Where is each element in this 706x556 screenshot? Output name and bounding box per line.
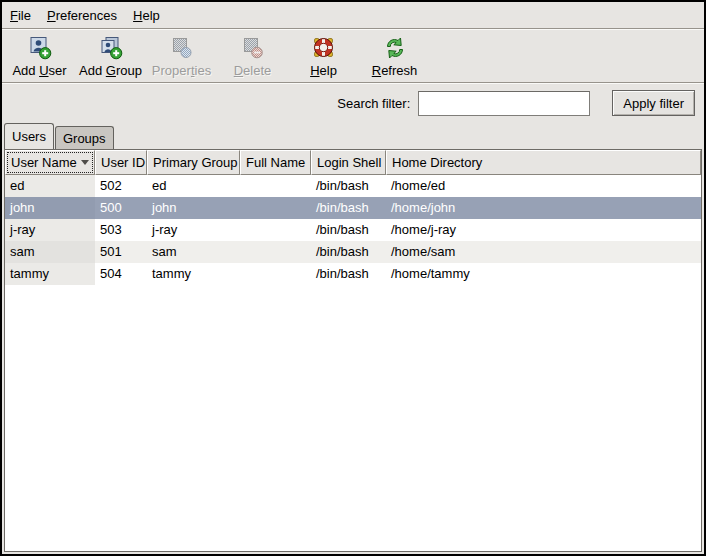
search-filter-label: Search filter: [337,96,410,111]
properties-icon [170,34,194,62]
add-group-button[interactable]: Add Group [75,30,146,82]
tab-bar: Users Groups [4,123,115,149]
menu-file[interactable]: File [2,4,39,27]
delete-button[interactable]: Delete [217,30,288,82]
add-group-icon [99,34,123,62]
users-table: User Name User ID Primary Group Full Nam… [4,149,702,552]
tab-groups[interactable]: Groups [55,126,114,149]
menubar: File Preferences Help [2,2,704,28]
table-row[interactable]: j-ray 503 j-ray /bin/bash /home/j-ray [5,219,701,241]
search-filter-input[interactable] [418,91,590,116]
table-row[interactable]: ed 502 ed /bin/bash /home/ed [5,175,701,197]
refresh-button[interactable]: Refresh [359,30,430,82]
refresh-label: Refresh [372,63,418,78]
help-label: Help [310,63,337,78]
table-row-selected[interactable]: john 500 john /bin/bash /home/john [5,197,701,219]
properties-label: Properties [152,63,211,78]
menu-preferences[interactable]: Preferences [39,4,125,27]
column-header-home-directory[interactable]: Home Directory [386,150,701,175]
help-button[interactable]: Help [288,30,359,82]
column-header-user-id[interactable]: User ID [95,150,147,175]
delete-label: Delete [234,63,272,78]
column-header-primary-group[interactable]: Primary Group [147,150,240,175]
add-user-label: Add User [12,63,66,78]
column-header-login-shell[interactable]: Login Shell [311,150,386,175]
add-group-label: Add Group [79,63,142,78]
delete-icon [241,34,265,62]
table-row[interactable]: sam 501 sam /bin/bash /home/sam [5,241,701,263]
toolbar: Add User Add Group [4,30,430,82]
table-row[interactable]: tammy 504 tammy /bin/bash /home/tammy [5,263,701,285]
add-user-button[interactable]: Add User [4,30,75,82]
apply-filter-button[interactable]: Apply filter [612,90,695,116]
search-filter-row: Search filter: Apply filter [2,84,695,122]
refresh-icon [383,34,407,62]
user-manager-window: File Preferences Help Add User [0,0,706,556]
column-header-user-name[interactable]: User Name [5,150,95,175]
add-user-icon [28,34,52,62]
table-body: ed 502 ed /bin/bash /home/ed john 500 jo… [5,175,701,285]
properties-button[interactable]: Properties [146,30,217,82]
table-header: User Name User ID Primary Group Full Nam… [5,150,701,175]
sort-arrow-down-icon [81,160,89,165]
menu-help[interactable]: Help [125,4,168,27]
column-header-full-name[interactable]: Full Name [240,150,311,175]
help-icon [312,34,336,62]
tab-users[interactable]: Users [4,123,54,149]
